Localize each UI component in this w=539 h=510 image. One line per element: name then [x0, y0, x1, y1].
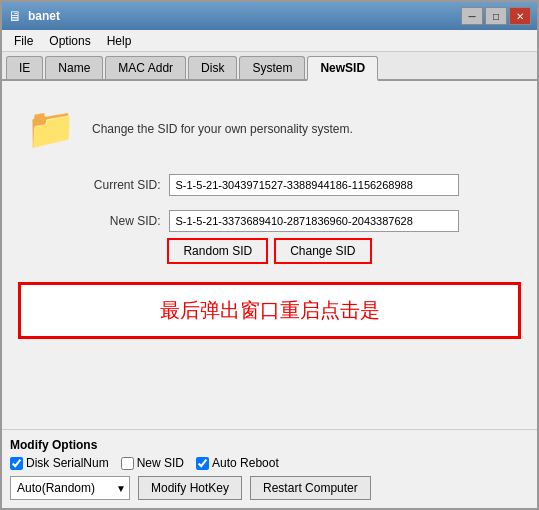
auto-reboot-checkbox[interactable]: [196, 457, 209, 470]
auto-random-dropdown[interactable]: Auto(Random) Manual: [10, 476, 130, 500]
bottom-buttons-row: Auto(Random) Manual ▼ Modify HotKey Rest…: [10, 476, 529, 500]
checkbox-disk-serialnum[interactable]: Disk SerialNum: [10, 456, 109, 470]
header-text: Change the SID for your own personality …: [92, 122, 353, 136]
tab-name[interactable]: Name: [45, 56, 103, 79]
folder-icon: 📁: [26, 105, 76, 152]
main-window: 🖥 banet ─ □ ✕ File Options Help IE Name …: [0, 0, 539, 510]
tab-ie[interactable]: IE: [6, 56, 43, 79]
title-bar-left: 🖥 banet: [8, 8, 60, 24]
checkbox-new-sid[interactable]: New SID: [121, 456, 184, 470]
tab-mac-addr[interactable]: MAC Addr: [105, 56, 186, 79]
new-sid-checkbox[interactable]: [121, 457, 134, 470]
new-sid-row: New SID:: [81, 210, 459, 232]
btn-row: Random SID Change SID: [167, 238, 371, 264]
new-sid-label: New SID:: [81, 214, 161, 228]
checkboxes-row: Disk SerialNum New SID Auto Reboot: [10, 456, 529, 470]
tab-newsid[interactable]: NewSID: [307, 56, 378, 81]
current-sid-input[interactable]: [169, 174, 459, 196]
disk-serialnum-checkbox[interactable]: [10, 457, 23, 470]
menu-file[interactable]: File: [6, 32, 41, 50]
modify-hotkey-button[interactable]: Modify HotKey: [138, 476, 242, 500]
menu-options[interactable]: Options: [41, 32, 98, 50]
current-sid-label: Current SID:: [81, 178, 161, 192]
tab-system[interactable]: System: [239, 56, 305, 79]
close-button[interactable]: ✕: [509, 7, 531, 25]
tab-disk[interactable]: Disk: [188, 56, 237, 79]
dropdown-wrapper: Auto(Random) Manual ▼: [10, 476, 130, 500]
menu-bar: File Options Help: [2, 30, 537, 52]
main-content: 📁 Change the SID for your own personalit…: [2, 81, 537, 429]
menu-help[interactable]: Help: [99, 32, 140, 50]
minimize-button[interactable]: ─: [461, 7, 483, 25]
new-sid-input[interactable]: [169, 210, 459, 232]
restart-computer-button[interactable]: Restart Computer: [250, 476, 371, 500]
bottom-section: Modify Options Disk SerialNum New SID Au…: [2, 429, 537, 508]
new-sid-section: New SID: Random SID Change SID: [18, 210, 521, 264]
header-section: 📁 Change the SID for your own personalit…: [18, 97, 521, 160]
title-buttons: ─ □ ✕: [461, 7, 531, 25]
random-sid-button[interactable]: Random SID: [167, 238, 268, 264]
window-icon: 🖥: [8, 8, 22, 24]
modify-options-label: Modify Options: [10, 438, 529, 452]
title-bar: 🖥 banet ─ □ ✕: [2, 2, 537, 30]
tab-bar: IE Name MAC Addr Disk System NewSID: [2, 52, 537, 81]
current-sid-row: Current SID:: [18, 172, 521, 198]
change-sid-button[interactable]: Change SID: [274, 238, 371, 264]
annotation-text: 最后弹出窗口重启点击是: [160, 299, 380, 321]
annotation-box: 最后弹出窗口重启点击是: [18, 282, 521, 339]
window-title: banet: [28, 9, 60, 23]
maximize-button[interactable]: □: [485, 7, 507, 25]
checkbox-auto-reboot[interactable]: Auto Reboot: [196, 456, 279, 470]
